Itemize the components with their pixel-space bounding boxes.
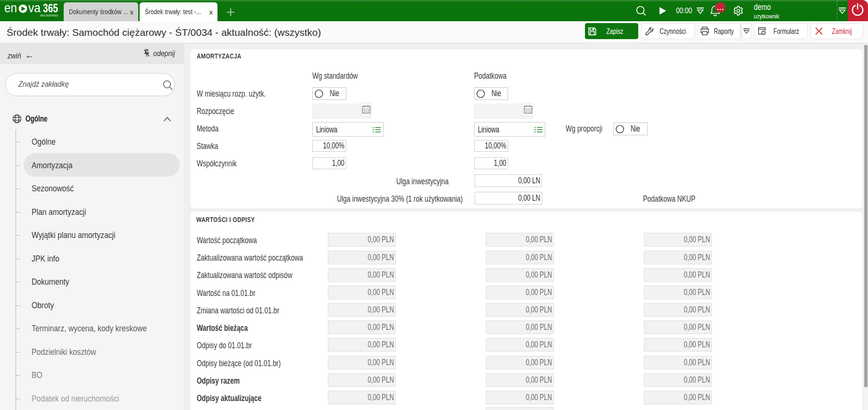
svg-text:dla biznesu: dla biznesu [40, 13, 58, 17]
svg-text:en: en [4, 2, 17, 15]
svg-text:va: va [28, 2, 41, 15]
